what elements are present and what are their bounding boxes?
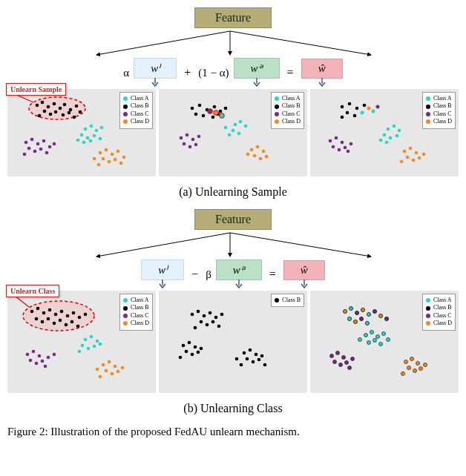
svg-point-47 bbox=[102, 157, 105, 161]
plot-a-right: Class A Class B Class C Class D bbox=[310, 89, 459, 176]
svg-point-133 bbox=[60, 310, 64, 314]
svg-point-82 bbox=[256, 145, 260, 149]
svg-point-154 bbox=[26, 353, 30, 357]
svg-point-71 bbox=[237, 132, 241, 136]
svg-point-199 bbox=[235, 357, 239, 361]
svg-point-171 bbox=[96, 368, 99, 371]
svg-point-130 bbox=[42, 311, 46, 315]
diverge-arrows-b bbox=[7, 231, 453, 260]
svg-point-57 bbox=[213, 105, 217, 109]
svg-point-134 bbox=[66, 314, 70, 318]
svg-point-156 bbox=[38, 354, 42, 358]
beta-coef: β bbox=[206, 268, 211, 281]
svg-point-5 bbox=[36, 104, 39, 108]
legend-label: Class D bbox=[131, 118, 149, 125]
svg-point-179 bbox=[206, 323, 209, 327]
svg-point-75 bbox=[186, 133, 189, 137]
svg-point-40 bbox=[23, 153, 27, 156]
svg-point-217 bbox=[358, 338, 362, 342]
svg-point-81 bbox=[250, 148, 254, 152]
svg-point-51 bbox=[97, 163, 101, 167]
svg-point-98 bbox=[361, 111, 364, 115]
svg-point-3 bbox=[29, 97, 85, 119]
svg-point-228 bbox=[351, 357, 355, 361]
svg-point-233 bbox=[407, 366, 411, 370]
svg-point-210 bbox=[366, 322, 370, 325]
svg-point-118 bbox=[406, 156, 410, 159]
svg-point-111 bbox=[338, 148, 341, 152]
svg-point-73 bbox=[228, 133, 232, 137]
svg-point-213 bbox=[364, 334, 368, 337]
legend-label: Class C bbox=[433, 312, 452, 320]
svg-point-131 bbox=[48, 308, 52, 312]
svg-point-100 bbox=[393, 125, 396, 128]
svg-point-181 bbox=[217, 325, 221, 328]
svg-point-29 bbox=[76, 139, 80, 142]
svg-point-129 bbox=[36, 307, 40, 311]
svg-point-194 bbox=[246, 357, 249, 361]
svg-point-106 bbox=[385, 141, 389, 145]
svg-point-225 bbox=[333, 360, 337, 364]
svg-point-218 bbox=[367, 341, 371, 345]
svg-point-117 bbox=[415, 151, 419, 155]
svg-point-9 bbox=[59, 107, 62, 110]
svg-point-14 bbox=[49, 113, 53, 116]
wh-box-b: ŵ bbox=[283, 260, 325, 280]
feature-label-box: Feature bbox=[194, 7, 272, 28]
svg-point-166 bbox=[105, 369, 108, 373]
legend-label: Class A bbox=[131, 95, 149, 102]
svg-point-169 bbox=[99, 375, 102, 379]
svg-point-168 bbox=[116, 370, 120, 374]
svg-point-211 bbox=[379, 314, 383, 318]
svg-point-155 bbox=[32, 350, 36, 354]
svg-point-25 bbox=[80, 133, 84, 137]
svg-point-61 bbox=[211, 116, 215, 119]
svg-point-108 bbox=[335, 136, 338, 140]
svg-point-232 bbox=[416, 362, 420, 366]
svg-point-142 bbox=[59, 319, 62, 323]
legend: Class A Class B Class C Class D bbox=[271, 92, 304, 129]
svg-point-153 bbox=[99, 343, 102, 346]
svg-point-97 bbox=[376, 105, 380, 109]
svg-point-69 bbox=[244, 125, 248, 128]
svg-point-93 bbox=[353, 114, 357, 118]
svg-point-72 bbox=[224, 126, 228, 130]
svg-point-54 bbox=[191, 107, 194, 110]
svg-point-86 bbox=[265, 155, 269, 159]
svg-point-105 bbox=[379, 139, 383, 142]
svg-point-128 bbox=[30, 310, 34, 314]
svg-point-11 bbox=[69, 108, 73, 112]
svg-point-200 bbox=[263, 363, 267, 367]
svg-point-107 bbox=[329, 139, 332, 143]
svg-point-16 bbox=[62, 113, 65, 117]
legend: Class A Class B Class C Class D bbox=[119, 294, 153, 331]
svg-point-8 bbox=[53, 102, 56, 106]
svg-point-64 bbox=[214, 110, 219, 116]
svg-point-34 bbox=[36, 142, 40, 146]
svg-point-215 bbox=[376, 335, 380, 339]
svg-point-50 bbox=[119, 162, 123, 165]
svg-point-10 bbox=[63, 103, 67, 107]
svg-point-143 bbox=[65, 323, 68, 327]
svg-point-150 bbox=[87, 347, 91, 351]
svg-point-6 bbox=[41, 101, 45, 105]
svg-point-84 bbox=[253, 154, 257, 158]
svg-point-202 bbox=[350, 307, 353, 311]
svg-point-32 bbox=[24, 141, 28, 145]
svg-point-48 bbox=[108, 160, 111, 164]
svg-point-45 bbox=[111, 153, 114, 156]
plot-a-left: Unlearn Sample Class A Class B Class C C… bbox=[7, 89, 156, 176]
svg-point-101 bbox=[398, 129, 401, 133]
svg-point-115 bbox=[403, 150, 407, 153]
legend-label: Class D bbox=[131, 320, 149, 327]
legend-label: Class D bbox=[282, 118, 301, 125]
svg-point-206 bbox=[373, 310, 377, 314]
section-b: Feature wˡ − β wᵃ = ŵ bbox=[7, 209, 459, 415]
svg-point-63 bbox=[194, 113, 198, 116]
svg-point-20 bbox=[79, 110, 82, 114]
legend-label: Class B bbox=[131, 102, 149, 110]
legend-label: Class C bbox=[131, 110, 149, 118]
svg-point-52 bbox=[122, 156, 126, 159]
svg-point-122 bbox=[422, 153, 426, 156]
svg-point-175 bbox=[209, 311, 212, 315]
